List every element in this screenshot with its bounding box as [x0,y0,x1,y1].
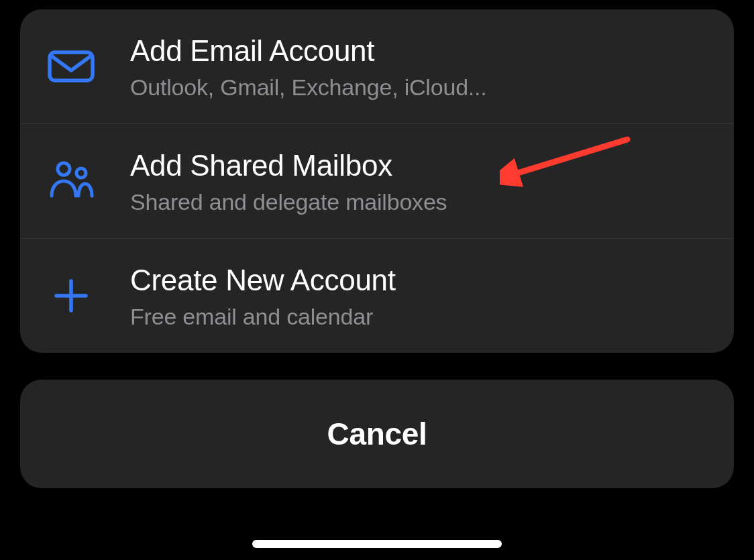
svg-point-1 [58,163,70,175]
option-title: Create New Account [130,262,396,298]
option-subtitle: Shared and delegate mailboxes [130,189,447,215]
option-subtitle: Outlook, Gmail, Exchange, iCloud... [130,74,487,101]
option-title: Add Shared Mailbox [130,147,447,184]
add-shared-mailbox-option[interactable]: Add Shared Mailbox Shared and delegate m… [20,124,734,239]
option-text-group: Create New Account Free email and calend… [130,262,396,330]
option-subtitle: Free email and calendar [130,304,396,330]
option-title: Add Email Account [130,32,487,69]
svg-point-2 [76,168,86,178]
plus-icon [44,277,98,315]
add-email-account-option[interactable]: Add Email Account Outlook, Gmail, Exchan… [20,9,734,124]
option-text-group: Add Shared Mailbox Shared and delegate m… [130,147,447,215]
options-list: Add Email Account Outlook, Gmail, Exchan… [20,9,734,353]
svg-rect-0 [50,52,93,80]
home-indicator [252,540,502,548]
create-new-account-option[interactable]: Create New Account Free email and calend… [20,239,734,353]
option-text-group: Add Email Account Outlook, Gmail, Exchan… [130,32,487,101]
people-icon [44,161,98,201]
cancel-button[interactable]: Cancel [20,380,734,488]
mail-icon [44,50,98,82]
action-sheet: Add Email Account Outlook, Gmail, Exchan… [20,9,734,488]
cancel-label: Cancel [327,416,427,452]
